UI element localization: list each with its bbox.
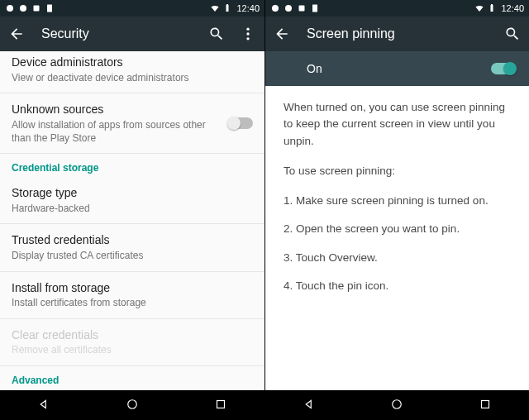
step-3: 3. Touch Overview. xyxy=(284,250,514,266)
battery-icon xyxy=(487,3,497,13)
back-icon[interactable] xyxy=(272,24,292,44)
row-storage-type[interactable]: Storage type Hardware-backed xyxy=(0,177,264,224)
screen-pinning-toggle[interactable] xyxy=(491,63,516,74)
step-2: 2. Open the screen you want to pin. xyxy=(284,221,514,237)
row-trusted-credentials[interactable]: Trusted credentials Display trusted CA c… xyxy=(0,224,264,271)
svg-point-12 xyxy=(285,5,292,12)
svg-point-8 xyxy=(246,37,249,40)
nav-bar xyxy=(265,390,529,420)
notif-icon xyxy=(5,3,15,13)
notif-icon xyxy=(270,3,280,13)
wifi-icon xyxy=(474,3,484,13)
page-title: Security xyxy=(41,26,207,41)
nav-back-icon[interactable] xyxy=(36,397,51,414)
notif-icon xyxy=(31,3,41,13)
svg-point-9 xyxy=(128,399,137,408)
svg-rect-5 xyxy=(226,4,228,5)
settings-list[interactable]: Device administrators View or deactivate… xyxy=(0,51,264,390)
nav-recent-icon[interactable] xyxy=(478,397,493,414)
notif-icon xyxy=(297,3,307,13)
svg-rect-18 xyxy=(481,400,488,408)
notif-icon xyxy=(310,3,320,13)
svg-rect-16 xyxy=(491,4,493,5)
desc-prompt: To use screen pinning: xyxy=(284,163,514,179)
status-right: 12:40 xyxy=(474,3,524,13)
screen-security: 12:40 Security Device administrators Vie… xyxy=(0,0,264,420)
svg-point-0 xyxy=(7,5,13,12)
svg-rect-13 xyxy=(299,6,305,12)
step-4: 4. Touch the pin icon. xyxy=(284,278,514,294)
svg-rect-3 xyxy=(47,5,52,12)
row-unknown-sources[interactable]: Unknown sources Allow installation of ap… xyxy=(0,93,264,154)
unknown-sources-toggle[interactable] xyxy=(228,117,253,129)
svg-rect-10 xyxy=(217,400,224,408)
svg-point-6 xyxy=(246,28,249,31)
notif-icon xyxy=(18,3,28,13)
row-clear-credentials: Clear credentials Remove all certificate… xyxy=(0,319,264,366)
svg-point-11 xyxy=(272,5,279,12)
page-title: Screen pinning xyxy=(307,26,503,41)
svg-rect-14 xyxy=(312,5,317,12)
wifi-icon xyxy=(210,3,220,13)
notif-icon xyxy=(284,3,293,13)
overflow-icon[interactable] xyxy=(238,24,258,44)
action-bar: Screen pinning xyxy=(265,17,529,51)
svg-point-1 xyxy=(20,5,26,12)
nav-bar xyxy=(0,390,264,420)
status-right: 12:40 xyxy=(210,3,260,13)
status-left xyxy=(5,3,55,13)
on-label: On xyxy=(307,62,322,75)
status-left xyxy=(270,3,320,13)
svg-rect-2 xyxy=(34,6,40,12)
status-bar: 12:40 xyxy=(265,0,529,17)
nav-home-icon[interactable] xyxy=(389,397,404,414)
clock: 12:40 xyxy=(236,3,260,13)
search-icon[interactable] xyxy=(503,24,522,44)
svg-point-17 xyxy=(393,399,402,408)
svg-point-7 xyxy=(246,32,249,35)
clock: 12:40 xyxy=(501,3,524,13)
on-banner: On xyxy=(265,51,529,86)
row-install-from-storage[interactable]: Install from storage Install certificate… xyxy=(0,272,264,319)
svg-rect-15 xyxy=(491,5,493,12)
svg-rect-4 xyxy=(226,5,229,12)
battery-icon xyxy=(222,3,232,13)
desc-intro: When turned on, you can use screen pinni… xyxy=(284,99,514,150)
section-credential-storage: Credential storage xyxy=(0,154,264,177)
back-icon[interactable] xyxy=(7,24,26,44)
nav-recent-icon[interactable] xyxy=(213,397,228,414)
search-icon[interactable] xyxy=(207,24,226,44)
nav-home-icon[interactable] xyxy=(125,397,140,414)
row-device-administrators[interactable]: Device administrators View or deactivate… xyxy=(0,51,264,93)
description-body: When turned on, you can use screen pinni… xyxy=(265,86,529,390)
nav-back-icon[interactable] xyxy=(302,397,317,414)
notif-icon xyxy=(45,3,55,13)
status-bar: 12:40 xyxy=(0,0,264,17)
section-advanced: Advanced xyxy=(0,366,264,389)
step-1: 1. Make sure screen pinning is turned on… xyxy=(284,193,514,209)
action-bar: Security xyxy=(0,17,264,51)
screen-screen-pinning: 12:40 Screen pinning On When turned on, … xyxy=(264,0,529,420)
